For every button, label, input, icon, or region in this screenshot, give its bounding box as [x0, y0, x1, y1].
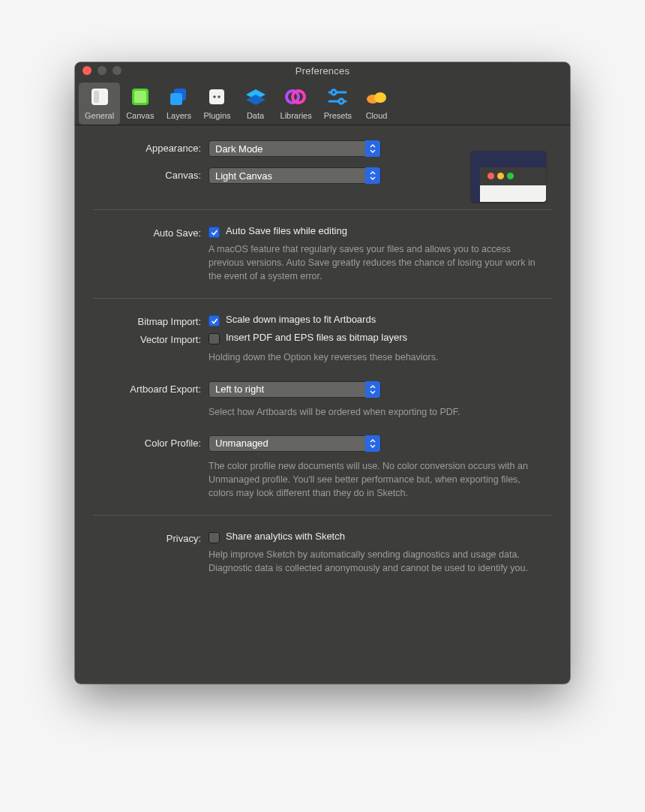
color-profile-select[interactable]: Unmanaged: [208, 435, 381, 452]
privacy-check-label: Share analytics with Sketch: [226, 531, 345, 542]
privacy-checkbox[interactable]: [208, 532, 220, 543]
auto-save-label: Auto Save:: [93, 225, 201, 239]
canvas-value: Light Canvas: [215, 170, 272, 182]
tab-cloud[interactable]: Cloud: [358, 83, 395, 125]
tab-label: Cloud: [366, 111, 388, 120]
artboard-export-select[interactable]: Left to right: [208, 381, 381, 398]
bitmap-import-checkbox[interactable]: [208, 315, 220, 326]
separator: [93, 298, 552, 299]
svg-rect-6: [209, 89, 224, 104]
general-icon: [87, 86, 112, 108]
select-stepper-icon: [365, 381, 380, 398]
tab-presets[interactable]: Presets: [318, 83, 358, 125]
tab-libraries[interactable]: Libraries: [274, 83, 318, 125]
tab-label: Presets: [324, 111, 352, 120]
preferences-toolbar: General Canvas Layers Plugins Data: [75, 80, 570, 125]
svg-point-8: [218, 95, 221, 98]
svg-point-16: [374, 92, 386, 103]
separator: [93, 515, 552, 516]
tab-label: Plugins: [203, 111, 230, 120]
color-profile-value: Unmanaged: [215, 438, 268, 449]
canvas-select[interactable]: Light Canvas: [208, 167, 381, 184]
tab-label: Libraries: [280, 111, 312, 120]
titlebar: Preferences: [75, 62, 570, 80]
auto-save-check-label: Auto Save files while editing: [226, 225, 347, 236]
window-title: Preferences: [75, 65, 570, 77]
svg-point-7: [214, 95, 217, 98]
window-zoom-button[interactable]: [112, 66, 122, 75]
privacy-help: Help improve Sketch by automatically sen…: [208, 548, 538, 575]
layers-icon: [166, 86, 191, 108]
select-stepper-icon: [365, 140, 380, 157]
svg-point-14: [339, 99, 344, 104]
bitmap-import-label: Bitmap Import:: [93, 314, 201, 327]
appearance-value: Dark Mode: [215, 143, 263, 155]
select-stepper-icon: [365, 167, 380, 184]
privacy-label: Privacy:: [93, 531, 201, 544]
data-icon: [243, 86, 268, 108]
auto-save-help: A macOS feature that regularly saves you…: [208, 242, 538, 283]
preferences-content: Appearance: Dark Mode Canvas: Light Canv…: [75, 125, 570, 684]
separator: [93, 209, 552, 210]
vector-import-label: Vector Import:: [93, 332, 201, 345]
vector-import-check-label: Insert PDF and EPS files as bitmap layer…: [226, 332, 407, 343]
auto-save-checkbox[interactable]: [208, 227, 220, 238]
canvas-icon: [128, 86, 153, 108]
appearance-label: Appearance:: [93, 140, 201, 154]
appearance-select[interactable]: Dark Mode: [208, 140, 381, 157]
tab-label: Layers: [166, 111, 191, 120]
appearance-preview: [471, 151, 546, 202]
window-close-button[interactable]: [82, 66, 92, 75]
svg-marker-10: [246, 95, 266, 105]
artboard-export-value: Left to right: [215, 383, 264, 395]
artboard-export-help: Select how Artboards will be ordered whe…: [208, 405, 538, 419]
cloud-icon: [364, 86, 389, 108]
artboard-export-label: Artboard Export:: [93, 381, 201, 395]
presets-icon: [325, 86, 350, 108]
svg-rect-5: [170, 93, 182, 105]
libraries-icon: [284, 86, 309, 108]
tab-canvas[interactable]: Canvas: [120, 83, 160, 125]
tab-layers[interactable]: Layers: [160, 83, 197, 125]
color-profile-help: The color profile new documents will use…: [208, 459, 538, 500]
svg-rect-1: [94, 91, 99, 103]
window-minimize-button[interactable]: [98, 66, 106, 75]
tab-label: Canvas: [126, 111, 154, 120]
tab-label: Data: [247, 111, 264, 120]
select-stepper-icon: [365, 435, 380, 452]
tab-data[interactable]: Data: [237, 83, 274, 125]
bitmap-import-check-label: Scale down images to fit Artboards: [226, 314, 376, 325]
import-help: Holding down the Option key reverses the…: [208, 350, 538, 364]
canvas-label: Canvas:: [93, 167, 201, 181]
tab-label: General: [85, 111, 114, 120]
traffic-lights: [82, 66, 122, 75]
plugins-icon: [204, 86, 230, 108]
preferences-window: Preferences General Canvas Layers Plugin…: [75, 62, 570, 684]
svg-rect-3: [134, 91, 146, 103]
color-profile-label: Color Profile:: [93, 435, 201, 449]
tab-general[interactable]: General: [79, 83, 120, 125]
svg-point-12: [332, 90, 336, 95]
tab-plugins[interactable]: Plugins: [197, 83, 236, 125]
vector-import-checkbox[interactable]: [208, 333, 220, 344]
